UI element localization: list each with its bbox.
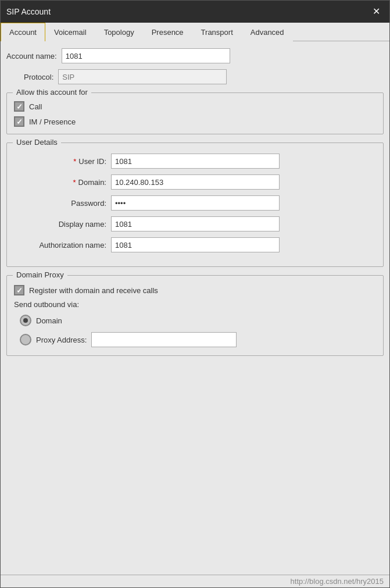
allow-account-content: Call IM / Presence <box>14 98 376 127</box>
im-presence-label: IM / Presence <box>29 117 76 126</box>
account-name-input[interactable] <box>62 48 230 63</box>
display-name-input[interactable] <box>111 216 280 231</box>
password-row: Password: <box>16 195 374 211</box>
status-bar-text: http://blog.csdn.net/hry2015 <box>291 577 384 586</box>
proxy-radio[interactable] <box>20 334 31 345</box>
register-checkbox-row: Register with domain and receive calls <box>14 285 376 295</box>
tab-voicemail[interactable]: Voicemail <box>45 23 95 41</box>
protocol-label: Protocol: <box>24 73 53 81</box>
domain-radio-label: Domain <box>36 316 62 325</box>
call-label: Call <box>29 102 42 111</box>
auth-name-input[interactable] <box>111 237 280 252</box>
auth-name-row: Authorization name: <box>16 237 374 252</box>
allow-account-legend: Allow this account for <box>13 88 91 97</box>
user-id-input[interactable] <box>111 154 280 169</box>
register-checkbox[interactable] <box>14 285 24 295</box>
tab-account[interactable]: Account <box>1 23 45 41</box>
tab-presence[interactable]: Presence <box>143 23 192 41</box>
user-details-section: User Details *User ID: *Domain: <box>6 142 384 267</box>
proxy-radio-label: Proxy Address: <box>36 336 87 344</box>
password-label: Password: <box>16 199 106 208</box>
account-name-label: Account name: <box>6 52 57 60</box>
tab-topology[interactable]: Topology <box>95 23 143 41</box>
account-name-row: Account name: <box>6 48 384 63</box>
domain-input[interactable] <box>111 174 280 190</box>
user-details-legend: User Details <box>13 138 61 147</box>
display-name-row: Display name: <box>16 216 374 231</box>
im-presence-checkbox[interactable] <box>14 116 24 127</box>
user-id-label: *User ID: <box>16 157 106 166</box>
domain-row: *Domain: <box>16 174 374 190</box>
password-input[interactable] <box>111 195 280 211</box>
proxy-address-row: Proxy Address: <box>20 332 376 347</box>
window-title: SIP Account <box>6 7 51 16</box>
user-id-row: *User ID: <box>16 154 374 169</box>
tab-bar: Account Voicemail Topology Presence Tran… <box>1 23 389 41</box>
protocol-input <box>58 69 227 84</box>
allow-account-section: Allow this account for Call IM / Presenc… <box>6 92 384 134</box>
proxy-address-input[interactable] <box>91 332 237 347</box>
protocol-row: Protocol: <box>6 69 384 84</box>
domain-proxy-section: Domain Proxy Register with domain and re… <box>6 275 384 356</box>
auth-name-label: Authorization name: <box>16 241 106 250</box>
domain-label: *Domain: <box>16 178 106 187</box>
account-content: Account name: Protocol: Allow this accou… <box>1 41 389 575</box>
tab-advanced[interactable]: Advanced <box>242 23 293 41</box>
status-bar: http://blog.csdn.net/hry2015 <box>1 575 389 587</box>
user-id-required: * <box>73 157 76 166</box>
call-checkbox-row: Call <box>14 101 376 112</box>
sip-account-window: SIP Account ✕ Account Voicemail Topology… <box>0 0 390 588</box>
call-checkbox[interactable] <box>14 101 24 112</box>
domain-radio[interactable] <box>20 315 31 326</box>
close-button[interactable]: ✕ <box>369 6 384 17</box>
domain-required: * <box>73 178 76 187</box>
user-details-content: *User ID: *Domain: Password: <box>16 149 374 252</box>
register-label: Register with domain and receive calls <box>29 286 158 295</box>
domain-proxy-legend: Domain Proxy <box>13 270 67 279</box>
display-name-label: Display name: <box>16 220 106 229</box>
domain-radio-row: Domain <box>20 315 376 326</box>
domain-proxy-content: Register with domain and receive calls S… <box>14 281 376 347</box>
send-outbound-label: Send outbound via: <box>14 300 376 309</box>
title-bar: SIP Account ✕ <box>1 1 389 23</box>
im-presence-checkbox-row: IM / Presence <box>14 116 376 127</box>
tab-transport[interactable]: Transport <box>192 23 242 41</box>
